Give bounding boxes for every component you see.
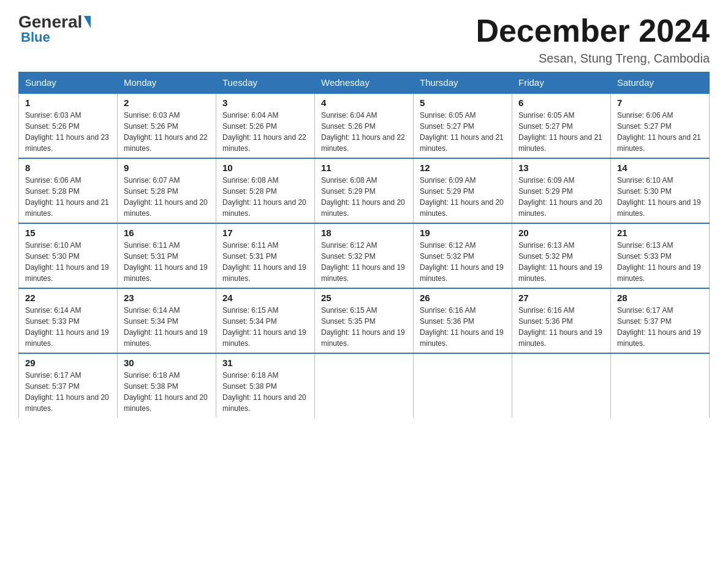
day-info: Sunrise: 6:18 AM Sunset: 5:38 PM Dayligh… bbox=[222, 370, 308, 414]
day-number: 25 bbox=[321, 293, 407, 303]
day-info: Sunrise: 6:14 AM Sunset: 5:34 PM Dayligh… bbox=[124, 305, 210, 349]
day-number: 30 bbox=[124, 358, 210, 368]
calendar-day-cell: 15 Sunrise: 6:10 AM Sunset: 5:30 PM Dayl… bbox=[19, 223, 118, 288]
day-number: 10 bbox=[222, 163, 308, 173]
calendar-day-cell: 10 Sunrise: 6:08 AM Sunset: 5:28 PM Dayl… bbox=[216, 158, 315, 223]
column-header-saturday: Saturday bbox=[611, 72, 710, 94]
calendar-day-cell: 6 Sunrise: 6:05 AM Sunset: 5:27 PM Dayli… bbox=[512, 93, 611, 158]
calendar-day-cell: 2 Sunrise: 6:03 AM Sunset: 5:26 PM Dayli… bbox=[118, 93, 216, 158]
calendar-day-cell: 18 Sunrise: 6:12 AM Sunset: 5:32 PM Dayl… bbox=[315, 223, 414, 288]
day-info: Sunrise: 6:13 AM Sunset: 5:33 PM Dayligh… bbox=[617, 240, 703, 284]
calendar-week-row: 8 Sunrise: 6:06 AM Sunset: 5:28 PM Dayli… bbox=[19, 158, 710, 223]
calendar-day-cell: 22 Sunrise: 6:14 AM Sunset: 5:33 PM Dayl… bbox=[19, 288, 118, 353]
column-header-thursday: Thursday bbox=[414, 72, 512, 94]
day-number: 15 bbox=[25, 228, 111, 238]
calendar-day-cell: 14 Sunrise: 6:10 AM Sunset: 5:30 PM Dayl… bbox=[611, 158, 710, 223]
calendar-day-cell: 7 Sunrise: 6:06 AM Sunset: 5:27 PM Dayli… bbox=[611, 93, 710, 158]
day-number: 27 bbox=[518, 293, 604, 303]
column-header-monday: Monday bbox=[118, 72, 216, 94]
calendar-day-cell: 19 Sunrise: 6:12 AM Sunset: 5:32 PM Dayl… bbox=[414, 223, 512, 288]
calendar-day-cell: 29 Sunrise: 6:17 AM Sunset: 5:37 PM Dayl… bbox=[19, 353, 118, 418]
day-number: 8 bbox=[25, 163, 111, 173]
calendar-day-cell: 8 Sunrise: 6:06 AM Sunset: 5:28 PM Dayli… bbox=[19, 158, 118, 223]
day-info: Sunrise: 6:14 AM Sunset: 5:33 PM Dayligh… bbox=[25, 305, 111, 349]
day-number: 24 bbox=[222, 293, 308, 303]
day-number: 26 bbox=[420, 293, 506, 303]
calendar-day-cell: 4 Sunrise: 6:04 AM Sunset: 5:26 PM Dayli… bbox=[315, 93, 414, 158]
day-info: Sunrise: 6:10 AM Sunset: 5:30 PM Dayligh… bbox=[25, 240, 111, 284]
calendar-table: SundayMondayTuesdayWednesdayThursdayFrid… bbox=[18, 72, 710, 418]
day-number: 20 bbox=[518, 228, 604, 238]
calendar-week-row: 29 Sunrise: 6:17 AM Sunset: 5:37 PM Dayl… bbox=[19, 353, 710, 418]
day-number: 21 bbox=[617, 228, 703, 238]
day-number: 28 bbox=[617, 293, 703, 303]
day-number: 7 bbox=[617, 98, 703, 108]
day-number: 4 bbox=[321, 98, 407, 108]
day-info: Sunrise: 6:13 AM Sunset: 5:32 PM Dayligh… bbox=[518, 240, 604, 284]
calendar-day-cell bbox=[315, 353, 414, 418]
calendar-day-cell: 20 Sunrise: 6:13 AM Sunset: 5:32 PM Dayl… bbox=[512, 223, 611, 288]
logo: General Blue bbox=[18, 12, 91, 45]
calendar-day-cell: 23 Sunrise: 6:14 AM Sunset: 5:34 PM Dayl… bbox=[118, 288, 216, 353]
calendar-day-cell: 26 Sunrise: 6:16 AM Sunset: 5:36 PM Dayl… bbox=[414, 288, 512, 353]
logo-triangle-icon bbox=[84, 16, 91, 28]
location-subtitle: Sesan, Stung Treng, Cambodia bbox=[476, 52, 710, 66]
day-number: 3 bbox=[222, 98, 308, 108]
column-header-sunday: Sunday bbox=[19, 72, 118, 94]
day-info: Sunrise: 6:05 AM Sunset: 5:27 PM Dayligh… bbox=[518, 110, 604, 154]
calendar-day-cell: 21 Sunrise: 6:13 AM Sunset: 5:33 PM Dayl… bbox=[611, 223, 710, 288]
day-number: 17 bbox=[222, 228, 308, 238]
calendar-day-cell: 31 Sunrise: 6:18 AM Sunset: 5:38 PM Dayl… bbox=[216, 353, 315, 418]
day-info: Sunrise: 6:17 AM Sunset: 5:37 PM Dayligh… bbox=[25, 370, 111, 414]
calendar-day-cell bbox=[512, 353, 611, 418]
day-info: Sunrise: 6:16 AM Sunset: 5:36 PM Dayligh… bbox=[518, 305, 604, 349]
day-info: Sunrise: 6:18 AM Sunset: 5:38 PM Dayligh… bbox=[124, 370, 210, 414]
day-info: Sunrise: 6:11 AM Sunset: 5:31 PM Dayligh… bbox=[222, 240, 308, 284]
day-number: 16 bbox=[124, 228, 210, 238]
day-number: 23 bbox=[124, 293, 210, 303]
day-number: 19 bbox=[420, 228, 506, 238]
day-number: 18 bbox=[321, 228, 407, 238]
calendar-day-cell: 9 Sunrise: 6:07 AM Sunset: 5:28 PM Dayli… bbox=[118, 158, 216, 223]
calendar-day-cell: 28 Sunrise: 6:17 AM Sunset: 5:37 PM Dayl… bbox=[611, 288, 710, 353]
day-info: Sunrise: 6:08 AM Sunset: 5:28 PM Dayligh… bbox=[222, 175, 308, 219]
calendar-header-row: SundayMondayTuesdayWednesdayThursdayFrid… bbox=[19, 72, 710, 94]
day-info: Sunrise: 6:09 AM Sunset: 5:29 PM Dayligh… bbox=[518, 175, 604, 219]
day-number: 2 bbox=[124, 98, 210, 108]
day-number: 9 bbox=[124, 163, 210, 173]
calendar-day-cell: 11 Sunrise: 6:08 AM Sunset: 5:29 PM Dayl… bbox=[315, 158, 414, 223]
day-info: Sunrise: 6:03 AM Sunset: 5:26 PM Dayligh… bbox=[124, 110, 210, 154]
day-number: 1 bbox=[25, 98, 111, 108]
day-info: Sunrise: 6:04 AM Sunset: 5:26 PM Dayligh… bbox=[222, 110, 308, 154]
calendar-day-cell: 16 Sunrise: 6:11 AM Sunset: 5:31 PM Dayl… bbox=[118, 223, 216, 288]
day-number: 31 bbox=[222, 358, 308, 368]
calendar-day-cell: 25 Sunrise: 6:15 AM Sunset: 5:35 PM Dayl… bbox=[315, 288, 414, 353]
calendar-day-cell bbox=[414, 353, 512, 418]
day-number: 11 bbox=[321, 163, 407, 173]
day-number: 13 bbox=[518, 163, 604, 173]
day-info: Sunrise: 6:16 AM Sunset: 5:36 PM Dayligh… bbox=[420, 305, 506, 349]
day-number: 22 bbox=[25, 293, 111, 303]
month-year-title: December 2024 bbox=[476, 12, 710, 49]
page-header: General Blue December 2024 Sesan, Stung … bbox=[18, 12, 710, 66]
calendar-day-cell: 27 Sunrise: 6:16 AM Sunset: 5:36 PM Dayl… bbox=[512, 288, 611, 353]
day-info: Sunrise: 6:17 AM Sunset: 5:37 PM Dayligh… bbox=[617, 305, 703, 349]
calendar-day-cell: 13 Sunrise: 6:09 AM Sunset: 5:29 PM Dayl… bbox=[512, 158, 611, 223]
calendar-day-cell bbox=[611, 353, 710, 418]
day-info: Sunrise: 6:07 AM Sunset: 5:28 PM Dayligh… bbox=[124, 175, 210, 219]
column-header-tuesday: Tuesday bbox=[216, 72, 315, 94]
day-number: 29 bbox=[25, 358, 111, 368]
calendar-day-cell: 30 Sunrise: 6:18 AM Sunset: 5:38 PM Dayl… bbox=[118, 353, 216, 418]
calendar-day-cell: 24 Sunrise: 6:15 AM Sunset: 5:34 PM Dayl… bbox=[216, 288, 315, 353]
day-number: 14 bbox=[617, 163, 703, 173]
day-number: 6 bbox=[518, 98, 604, 108]
day-info: Sunrise: 6:03 AM Sunset: 5:26 PM Dayligh… bbox=[25, 110, 111, 154]
calendar-week-row: 1 Sunrise: 6:03 AM Sunset: 5:26 PM Dayli… bbox=[19, 93, 710, 158]
day-info: Sunrise: 6:06 AM Sunset: 5:28 PM Dayligh… bbox=[25, 175, 111, 219]
day-info: Sunrise: 6:10 AM Sunset: 5:30 PM Dayligh… bbox=[617, 175, 703, 219]
calendar-day-cell: 1 Sunrise: 6:03 AM Sunset: 5:26 PM Dayli… bbox=[19, 93, 118, 158]
calendar-day-cell: 17 Sunrise: 6:11 AM Sunset: 5:31 PM Dayl… bbox=[216, 223, 315, 288]
title-section: December 2024 Sesan, Stung Treng, Cambod… bbox=[476, 12, 710, 66]
day-info: Sunrise: 6:15 AM Sunset: 5:34 PM Dayligh… bbox=[222, 305, 308, 349]
day-info: Sunrise: 6:09 AM Sunset: 5:29 PM Dayligh… bbox=[420, 175, 506, 219]
